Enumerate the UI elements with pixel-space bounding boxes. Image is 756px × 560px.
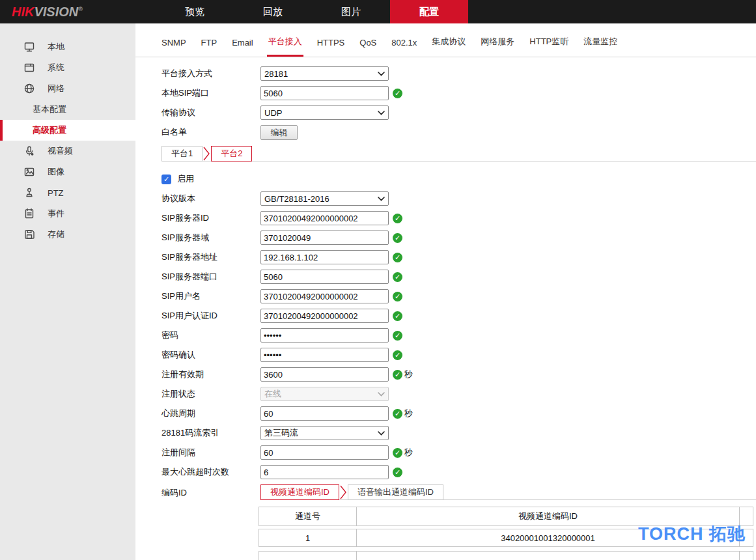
settings-tabbar: SNMPFTPEmail平台接入HTTPSQoS802.1x集成协议网络服务HT… — [135, 23, 756, 57]
logo-hik: HIK — [12, 5, 34, 19]
register-validity-unit: 秒 — [404, 369, 413, 380]
platform-tab-2[interactable]: 平台2 — [211, 146, 252, 161]
tab-integration-protocol[interactable]: 集成协议 — [430, 36, 467, 57]
tab-snmp[interactable]: SNMP — [160, 38, 188, 57]
sidebar-item-local[interactable]: 本地 — [0, 36, 135, 57]
local-sip-port-control — [260, 86, 389, 100]
tab-ftp[interactable]: FTP — [200, 38, 219, 57]
form-row-register-validity: 注册有效期✓秒 — [161, 367, 413, 382]
sidebar-item-storage[interactable]: 存储 — [0, 224, 135, 245]
register-interval-control — [260, 445, 389, 460]
nav-item-picture[interactable]: 图片 — [312, 0, 390, 23]
valid-check-icon: ✓ — [393, 89, 402, 98]
tab-802-1x[interactable]: 802.1x — [390, 38, 418, 57]
sidebar-item-network[interactable]: 网络 — [0, 78, 135, 99]
monitor-icon — [23, 41, 35, 53]
sidebar-item-advanced-config[interactable]: 高级配置 — [0, 120, 135, 141]
encode-id-tab-1[interactable]: 视频通道编码ID — [260, 484, 339, 500]
sidebar-item-label: 视音频 — [48, 145, 73, 157]
platform-access-mode-value: 28181 — [264, 69, 288, 79]
password-input[interactable] — [260, 328, 389, 343]
valid-check-icon: ✓ — [393, 233, 402, 243]
main-content: SNMPFTPEmail平台接入HTTPSQoS802.1x集成协议网络服务HT… — [135, 23, 756, 560]
sip-server-domain-input[interactable] — [260, 231, 389, 245]
system-icon — [23, 62, 35, 74]
nav-menu: 预览回放图片配置 — [156, 0, 468, 23]
heartbeat-interval-input[interactable] — [260, 406, 389, 421]
sip-server-port-input[interactable] — [260, 270, 389, 284]
table-row-partial-cell-0 — [259, 552, 357, 560]
protocol-version-select[interactable]: GB/T28181-2016 — [260, 191, 389, 206]
tab-network-service[interactable]: 网络服务 — [479, 36, 516, 57]
sip-server-address-control — [260, 250, 389, 264]
stream-index-28181-label: 28181码流索引 — [161, 427, 260, 439]
form-row-sip-server-id: SIP服务器ID✓ — [161, 211, 413, 225]
form-row-protocol-version: 协议版本GB/T28181-2016 — [161, 191, 413, 206]
sip-username-control — [260, 289, 389, 303]
tab-http-listening[interactable]: HTTP监听 — [528, 36, 570, 57]
sidebar-item-image[interactable]: 图像 — [0, 161, 135, 182]
sidebar-item-label: 存储 — [48, 229, 64, 240]
nav-item-preview[interactable]: 预览 — [156, 0, 234, 23]
local-sip-port-input[interactable] — [260, 86, 389, 100]
nav-item-playback[interactable]: 回放 — [234, 0, 312, 23]
torch-watermark: TORCH 拓驰 — [638, 522, 746, 546]
enable-checkbox[interactable]: ✓ — [161, 175, 171, 184]
register-interval-label: 注册间隔 — [161, 447, 260, 458]
platform-access-mode-control: 28181 — [260, 66, 389, 81]
form-row-sip-user-auth-id: SIP用户认证ID✓ — [161, 309, 413, 323]
tab-email[interactable]: Email — [231, 38, 255, 57]
sip-server-address-label: SIP服务器地址 — [161, 251, 260, 263]
sidebar-item-ptz[interactable]: PTZ — [0, 182, 135, 203]
encode-id-tab-2[interactable]: 语音输出通道编码ID — [348, 484, 443, 500]
protocol-version-label: 协议版本 — [161, 193, 260, 204]
whitelist-label: 白名单 — [161, 126, 260, 138]
tab-https[interactable]: HTTPS — [316, 38, 346, 57]
password-confirm-control — [260, 348, 389, 362]
transport-protocol-select[interactable]: UDP — [260, 105, 389, 120]
register-validity-input[interactable] — [260, 367, 389, 382]
password-label: 密码 — [161, 329, 260, 341]
form-row-register-status: 注册状态在线 — [161, 387, 413, 401]
sidebar-item-label: 图像 — [48, 166, 64, 178]
tab-platform-access[interactable]: 平台接入 — [267, 36, 303, 57]
platform-tab-1[interactable]: 平台1 — [161, 146, 203, 161]
sip-server-id-input[interactable] — [260, 211, 389, 225]
register-status-value: 在线 — [264, 388, 281, 400]
registered-mark: ® — [78, 6, 83, 12]
tab-traffic-monitor[interactable]: 流量监控 — [582, 36, 619, 57]
sidebar-item-basic-config[interactable]: 基本配置 — [0, 99, 135, 120]
table-row-partial-cell-1 — [357, 552, 740, 560]
sip-server-port-label: SIP服务器端口 — [161, 271, 260, 283]
stream-index-28181-select[interactable]: 第三码流 — [260, 426, 389, 440]
sidebar-item-system[interactable]: 系统 — [0, 57, 135, 78]
password-control — [260, 328, 389, 343]
sidebar-item-audio-video[interactable]: 视音频 — [0, 141, 135, 161]
table-row-partial — [259, 551, 753, 560]
table-header-row-cell-0: 通道号 — [259, 507, 357, 525]
heartbeat-interval-label: 心跳周期 — [161, 408, 260, 419]
local-sip-port-label: 本地SIP端口 — [161, 87, 260, 99]
register-status-select[interactable]: 在线 — [260, 387, 389, 401]
form-row-heartbeat-interval: 心跳周期✓秒 — [161, 406, 413, 421]
protocol-version-value: GB/T28181-2016 — [264, 194, 329, 204]
tab-qos[interactable]: QoS — [358, 38, 378, 57]
sidebar-item-event[interactable]: 事件 — [0, 203, 135, 224]
sip-user-auth-id-input[interactable] — [260, 309, 389, 323]
sip-server-address-input[interactable] — [260, 250, 389, 264]
register-status-control: 在线 — [260, 387, 389, 401]
form-row-transport-protocol: 传输协议UDP — [161, 105, 402, 120]
register-interval-unit: 秒 — [404, 447, 413, 458]
sip-username-input[interactable] — [260, 289, 389, 303]
max-heartbeat-timeouts-input[interactable] — [260, 465, 389, 479]
stream-index-28181-control: 第三码流 — [260, 426, 389, 440]
password-confirm-input[interactable] — [260, 348, 389, 362]
nav-item-config[interactable]: 配置 — [390, 0, 468, 23]
form-row-platform-access-mode: 平台接入方式28181 — [161, 66, 402, 81]
password-confirm-label: 密码确认 — [161, 349, 260, 361]
whitelist-edit-button[interactable]: 编辑 — [260, 125, 298, 140]
storage-icon — [23, 229, 35, 240]
sidebar-item-label: 事件 — [48, 208, 64, 219]
register-interval-input[interactable] — [260, 445, 389, 460]
platform-access-mode-select[interactable]: 28181 — [260, 66, 389, 81]
